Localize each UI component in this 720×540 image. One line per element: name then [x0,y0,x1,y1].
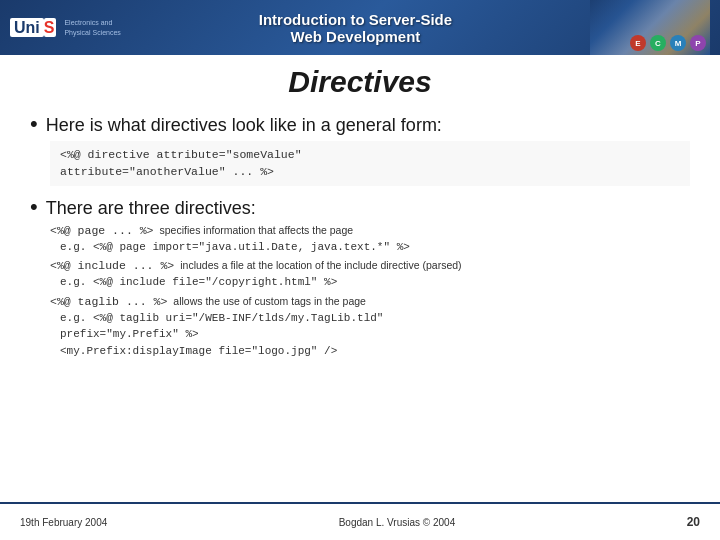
logo-s-text: S [44,18,57,37]
logo-uni-text: Uni [10,18,44,37]
logo-subtitle: Electronics and Physical Sciences [64,18,120,36]
bullet-dot-2: • [30,196,38,218]
bullet-1-heading: • Here is what directives look like in a… [30,113,690,136]
slide-content: Directives • Here is what directives loo… [0,55,720,502]
letter-e: E [630,35,646,51]
footer-date: 19th February 2004 [20,517,107,528]
letter-p: P [690,35,706,51]
directive-taglib-example: e.g. <%@ taglib uri="/WEB-INF/tlds/my.Ta… [60,310,690,360]
bullet-dot-1: • [30,113,38,135]
directive-taglib-row: <%@ taglib ... %> allows the use of cust… [50,295,690,308]
directive-page-row: <%@ page ... %> specifies information th… [50,224,690,237]
bullet-section-2: • There are three directives: <%@ page .… [30,196,690,360]
header-title: Introduction to Server-Side Web Developm… [121,11,590,45]
letter-c: C [650,35,666,51]
header-logo: UniS Electronics and Physical Sciences [10,18,121,36]
slide-title: Directives [30,65,690,99]
bullet-2-heading: • There are three directives: [30,196,690,219]
logo-unis-box: UniS [10,19,56,37]
header-right-decoration: E C M P [590,0,710,55]
bullet-section-1: • Here is what directives look like in a… [30,113,690,186]
letter-m: M [670,35,686,51]
header: UniS Electronics and Physical Sciences I… [0,0,720,55]
footer: 19th February 2004 Bogdan L. Vrusias © 2… [0,502,720,540]
footer-page-number: 20 [687,515,700,529]
directive-include-row: <%@ include ... %> includes a file at th… [50,259,690,272]
directive-include-example: e.g. <%@ include file="/copyright.html" … [60,274,690,291]
bullet-1-code: <%@ directive attribute="someValue" attr… [50,141,690,186]
directive-page-example: e.g. <%@ page import="java.util.Date, ja… [60,239,690,256]
ecmp-letters: E C M P [630,35,706,51]
footer-author: Bogdan L. Vrusias © 2004 [339,517,456,528]
